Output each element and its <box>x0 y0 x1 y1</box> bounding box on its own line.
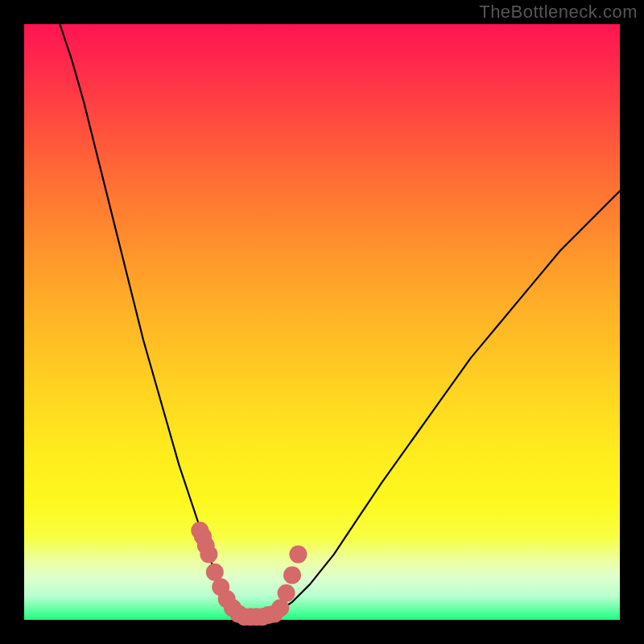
highlighted-markers <box>191 522 307 625</box>
marker-point <box>278 584 295 602</box>
bottleneck-curve-line <box>60 24 620 617</box>
marker-point <box>283 567 301 584</box>
marker-point <box>200 546 217 564</box>
marker-point <box>289 546 307 564</box>
chart-svg-overlay <box>24 24 620 620</box>
watermark-text: TheBottleneck.com <box>479 2 638 23</box>
chart-frame: TheBottleneck.com <box>0 0 644 644</box>
